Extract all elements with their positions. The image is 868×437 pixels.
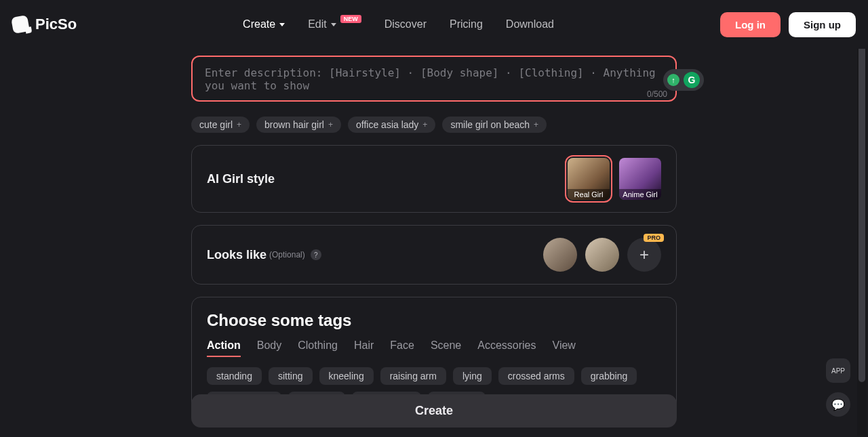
main-nav: Create Edit NEW Discover Pricing Downloa… — [77, 18, 720, 30]
style-option-anime[interactable]: Anime Girl — [619, 158, 661, 200]
grammarly-arrow-icon: ↑ — [667, 74, 679, 86]
style-title: AI Girl style — [207, 172, 275, 186]
app-label: APP — [831, 367, 845, 375]
grammarly-widget[interactable]: ↑ G — [663, 69, 704, 91]
tag-crossed-arms[interactable]: crossed arms — [498, 367, 574, 385]
style-card: AI Girl style Real Girl Anime Girl — [191, 145, 677, 213]
main-column: 0/500 ↑ G cute girl + brown hair girl + … — [191, 56, 677, 437]
char-counter: 0/500 — [647, 89, 667, 99]
grammarly-g-icon: G — [684, 72, 700, 88]
suggestion-chip[interactable]: smile girl on beach + — [442, 117, 547, 133]
side-float: APP 💬 — [826, 358, 850, 417]
brand-logo[interactable]: PicSo — [12, 16, 77, 33]
suggestion-chip[interactable]: brown hair girl + — [256, 117, 341, 133]
create-button[interactable]: Create — [191, 394, 677, 428]
nav-discover[interactable]: Discover — [384, 18, 427, 30]
tab-clothing[interactable]: Clothing — [298, 339, 338, 357]
suggestion-chip-label: office asia lady — [356, 119, 418, 130]
auth-buttons: Log in Sign up — [720, 12, 856, 37]
suggestion-chip-label: smile girl on beach — [450, 119, 530, 130]
style-option-label: Anime Girl — [619, 189, 661, 200]
plus-icon: + — [639, 245, 649, 264]
style-option-real[interactable]: Real Girl — [568, 158, 610, 200]
brand-name: PicSo — [35, 16, 77, 33]
plus-icon: + — [237, 120, 241, 129]
nav-edit-label: Edit — [308, 18, 327, 30]
prompt-wrap: 0/500 ↑ G — [191, 56, 677, 104]
add-face-button[interactable]: + PRO — [627, 238, 661, 272]
tag-tabs: Action Body Clothing Hair Face Scene Acc… — [207, 339, 661, 358]
tag-raising-arm[interactable]: raising arm — [380, 367, 446, 385]
tab-accessories[interactable]: Accessories — [477, 339, 536, 357]
looks-optional: (Optional) — [269, 250, 305, 259]
plus-icon: + — [534, 120, 538, 129]
pro-badge: PRO — [644, 234, 664, 242]
login-button[interactable]: Log in — [720, 12, 781, 37]
prompt-input[interactable] — [191, 56, 677, 102]
tab-scene[interactable]: Scene — [431, 339, 461, 357]
nav-create-label: Create — [243, 18, 275, 30]
tag-row: standing sitting kneeling raising arm ly… — [207, 367, 661, 385]
tag-grabbing[interactable]: grabbing — [581, 367, 637, 385]
tab-action[interactable]: Action — [207, 339, 241, 357]
suggestion-chips: cute girl + brown hair girl + office asi… — [191, 117, 677, 133]
looks-title: Looks like — [207, 248, 267, 262]
looks-card: Looks like (Optional) ? + PRO — [191, 225, 677, 285]
style-option-label: Real Girl — [568, 189, 610, 200]
tag-sitting[interactable]: sitting — [269, 367, 313, 385]
top-nav: PicSo Create Edit NEW Discover Pricing D… — [0, 0, 868, 49]
tag-lying[interactable]: lying — [453, 367, 492, 385]
suggestion-chip[interactable]: cute girl + — [191, 117, 250, 133]
plus-icon: + — [328, 120, 333, 129]
info-icon[interactable]: ? — [311, 249, 321, 260]
logo-mark-icon — [11, 15, 30, 34]
tag-kneeling[interactable]: kneeling — [319, 367, 374, 385]
page-body: 0/500 ↑ G cute girl + brown hair girl + … — [0, 49, 868, 437]
style-options: Real Girl Anime Girl — [568, 158, 661, 200]
scrollbar-thumb[interactable] — [859, 3, 865, 382]
plus-icon: + — [422, 120, 427, 129]
suggestion-chip[interactable]: office asia lady + — [348, 117, 435, 133]
nav-create[interactable]: Create — [243, 18, 285, 30]
signup-button[interactable]: Sign up — [789, 12, 856, 37]
nav-edit[interactable]: Edit NEW — [308, 18, 361, 30]
tab-body[interactable]: Body — [257, 339, 281, 357]
app-download-button[interactable]: APP — [826, 358, 850, 383]
chat-icon: 💬 — [831, 398, 845, 411]
nav-pricing[interactable]: Pricing — [450, 18, 483, 30]
face-preset-1[interactable] — [543, 238, 577, 272]
tags-title: Choose some tags — [207, 311, 661, 330]
tab-view[interactable]: View — [553, 339, 576, 357]
vertical-scrollbar[interactable] — [857, 1, 867, 436]
suggestion-chip-label: cute girl — [199, 119, 233, 130]
chevron-down-icon — [331, 23, 336, 26]
tab-face[interactable]: Face — [390, 339, 414, 357]
suggestion-chip-label: brown hair girl — [264, 119, 324, 130]
tag-standing[interactable]: standing — [207, 367, 262, 385]
face-row: + PRO — [543, 238, 661, 272]
nav-download[interactable]: Download — [506, 18, 554, 30]
chevron-down-icon — [279, 23, 285, 26]
chat-button[interactable]: 💬 — [826, 392, 850, 417]
face-preset-2[interactable] — [585, 238, 619, 272]
new-badge: NEW — [340, 15, 361, 23]
tab-hair[interactable]: Hair — [354, 339, 374, 357]
